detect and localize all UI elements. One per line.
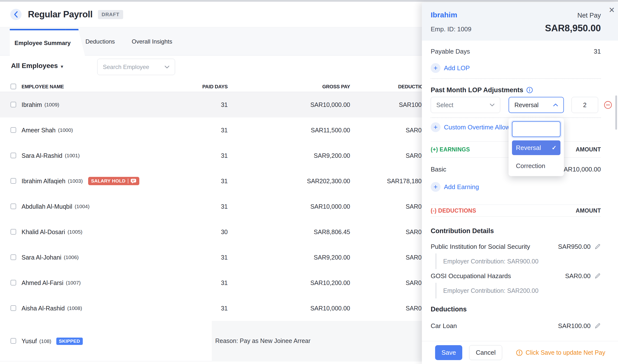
- plus-icon: +: [431, 182, 441, 192]
- chevron-up-icon: [553, 104, 558, 106]
- employee-number: (1000): [58, 127, 73, 133]
- info-icon[interactable]: [526, 87, 533, 93]
- col-gross-pay: GROSS PAY: [269, 81, 350, 92]
- status-badge: DRAFT: [98, 10, 123, 19]
- panel-scrollbar[interactable]: [615, 95, 617, 130]
- tab-label: Employee Summary: [14, 40, 70, 46]
- paid-days-value: 30: [171, 219, 228, 245]
- earning-label: Basic: [431, 166, 446, 173]
- paid-days-value: 31: [171, 296, 228, 321]
- row-checkbox[interactable]: [11, 280, 16, 286]
- employee-filter-dropdown[interactable]: All Employees ▾: [11, 62, 63, 70]
- employee-number: (1001): [65, 153, 80, 158]
- remove-row-button[interactable]: [604, 101, 612, 109]
- add-lop-button[interactable]: + Add LOP: [431, 63, 470, 73]
- employee-filter-label: All Employees: [11, 62, 58, 70]
- adjustment-type-select[interactable]: Reversal: [509, 97, 564, 113]
- dropdown-option-correction[interactable]: Correction: [512, 158, 561, 173]
- employee-number: (108): [40, 338, 52, 344]
- payable-days-label: Payable Days: [431, 48, 470, 55]
- check-icon: ✓: [552, 144, 557, 151]
- save-button[interactable]: Save: [435, 345, 462, 360]
- paid-days-value: 31: [171, 117, 228, 143]
- contribution-row: GOSI Occupational Hazards SAR0.00: [431, 271, 601, 281]
- employee-name: Ibrahim: [22, 101, 42, 108]
- paid-days-value: 31: [171, 92, 228, 117]
- tab-deductions[interactable]: Deductions: [85, 27, 115, 55]
- paid-days-value: 31: [171, 143, 228, 168]
- employee-name: Ibrahim Alfaqieh: [22, 178, 65, 185]
- employee-number: (1003): [68, 178, 83, 184]
- row-checkbox[interactable]: [11, 254, 16, 260]
- dropdown-search-input[interactable]: [512, 121, 561, 137]
- gross-pay-value: SAR9,200.00: [269, 245, 350, 270]
- earning-amount: SAR10,000.00: [560, 166, 601, 173]
- minus-circle-icon: [604, 101, 612, 109]
- dropdown-option-reversal[interactable]: Reversal ✓: [512, 140, 561, 155]
- skipped-badge: SKIPPED: [56, 338, 83, 345]
- deductions-value: SAR178,180: [343, 168, 422, 194]
- employee-name: Ahmed Al-Farsi: [22, 279, 63, 286]
- gross-pay-value: SAR10,200.00: [269, 270, 350, 296]
- tab-overall-insights[interactable]: Overall Insights: [132, 27, 172, 55]
- emp-id: Emp. ID: 1009: [431, 26, 471, 33]
- gross-pay-value: SAR9,200.00: [269, 143, 350, 168]
- deductions-value: SAR100: [343, 92, 422, 117]
- employee-name: Sara Al-Rashid: [22, 152, 62, 159]
- dotted-divider: [431, 78, 601, 79]
- chevron-down-icon: [164, 65, 169, 68]
- select-placeholder: Select: [436, 102, 453, 109]
- employer-contribution: Employer Contribution: SAR200.00: [436, 283, 601, 299]
- earnings-title: (+) EARNINGS: [431, 146, 470, 153]
- search-employee-select[interactable]: Search Employee: [97, 59, 175, 75]
- tab-label: Overall Insights: [132, 38, 172, 45]
- payroll-screen: Regular Payroll DRAFT Employee Summary D…: [0, 0, 618, 364]
- row-checkbox[interactable]: [11, 305, 16, 311]
- panel-employee-link[interactable]: Ibrahim: [431, 11, 457, 19]
- amount-label: AMOUNT: [576, 146, 601, 153]
- row-checkbox[interactable]: [11, 127, 16, 133]
- close-icon[interactable]: ×: [609, 5, 615, 15]
- row-checkbox[interactable]: [11, 153, 16, 158]
- gross-pay-value: SAR10,000.00: [269, 92, 350, 117]
- contribution-label: GOSI Occupational Hazards: [431, 272, 511, 280]
- deduction-row: Car Loan SAR100.00: [431, 320, 601, 331]
- comment-bubble-icon: [131, 179, 136, 184]
- row-checkbox[interactable]: [11, 102, 16, 107]
- col-employee-name: EMPLOYEE NAME: [22, 81, 64, 92]
- row-checkbox[interactable]: [11, 338, 16, 344]
- custom-overtime-button[interactable]: + Custom Overtime Allowan: [431, 122, 517, 132]
- plus-icon: +: [431, 122, 441, 132]
- edit-pencil-icon[interactable]: [594, 273, 601, 279]
- deductions-header: (-) DEDUCTIONS AMOUNT: [431, 205, 601, 217]
- employee-name: Aisha Al-Rashid: [22, 305, 65, 312]
- save-warning-text: Click Save to update Net Pay: [526, 349, 605, 356]
- net-pay-value: SAR8,950.00: [545, 23, 601, 34]
- deductions-value: SAR0: [343, 270, 422, 296]
- add-earning-button[interactable]: + Add Earning: [431, 182, 479, 192]
- row-checkbox[interactable]: [11, 178, 16, 184]
- lop-month-select[interactable]: Select: [431, 97, 500, 113]
- deductions-value: SAR0: [343, 219, 422, 245]
- amount-label: AMOUNT: [576, 208, 601, 214]
- search-placeholder: Search Employee: [103, 64, 149, 70]
- employee-number: (1009): [44, 102, 59, 108]
- edit-pencil-icon[interactable]: [594, 323, 601, 329]
- employer-contribution: Employer Contribution: SAR900.00: [436, 253, 601, 269]
- col-paid-days: PAID DAYS: [171, 81, 228, 92]
- row-checkbox[interactable]: [11, 229, 16, 234]
- gross-pay-value: SAR10,000.00: [269, 194, 350, 219]
- edit-pencil-icon[interactable]: [594, 243, 601, 250]
- cancel-button[interactable]: Cancel: [469, 345, 502, 360]
- employee-detail-panel: Ibrahim Net Pay Emp. ID: 1009 SAR8,950.0…: [422, 2, 618, 364]
- lop-days-input[interactable]: [571, 97, 598, 113]
- row-checkbox[interactable]: [11, 204, 16, 209]
- back-button[interactable]: [10, 9, 22, 20]
- select-all-checkbox[interactable]: [11, 84, 16, 89]
- top-divider: [0, 0, 618, 2]
- salary-hold-badge[interactable]: SALARY HOLD: [88, 177, 139, 185]
- paid-days-value: 31: [171, 168, 228, 194]
- chevron-down-icon: [490, 104, 495, 106]
- tab-employee-summary[interactable]: Employee Summary: [10, 29, 75, 55]
- chevron-left-icon: [14, 11, 18, 18]
